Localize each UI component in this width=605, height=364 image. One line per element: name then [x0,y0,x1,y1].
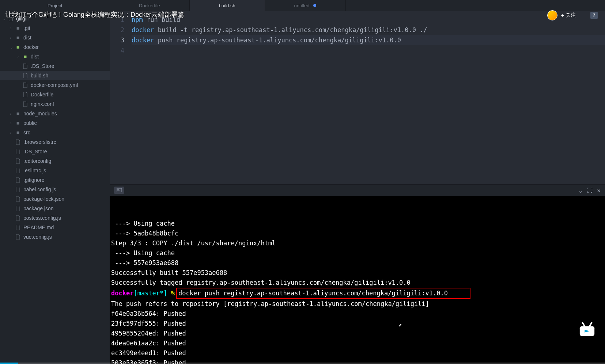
close-icon[interactable]: ✕ [597,187,601,194]
avatar[interactable] [547,10,557,20]
svg-line-4 [583,323,585,326]
terminal-prompt-line: docker[master*] %docker push registry.ap… [111,288,604,299]
tree-item-package.json[interactable]: package.json [0,204,110,213]
plus-icon: + [561,12,564,18]
code-line [132,45,605,55]
tree-item-dist[interactable]: ›■dist [0,52,110,61]
line-number: 4 [110,45,124,55]
tree-item-public[interactable]: ›■public [0,118,110,128]
code-line: docker build -t registry.ap-southeast-1.… [132,25,605,35]
file-icon [15,168,21,173]
tree-item-label: postcss.config.js [23,215,61,221]
line-number: 2 [110,25,124,35]
folder-icon: ■ [15,120,21,126]
file-icon [15,158,21,164]
tree-item-label: .editorconfig [23,158,51,164]
tab-label: build.sh [219,3,235,8]
tree-item-babel.config.js[interactable]: babel.config.js [0,185,110,194]
tree-item-docker-compose.yml[interactable]: docker-compose.yml [0,80,110,90]
folder-open-icon: ■ [15,44,21,50]
folder-icon: ■ [15,35,21,41]
highlighted-command: docker push registry.ap-southeast-1.aliy… [176,288,470,299]
terminal-tab-button[interactable] [114,187,124,194]
chevron-icon: › [10,121,15,125]
tree-item-node_modules[interactable]: ›■node_modules [0,109,110,118]
tree-item-label: docker-compose.yml [31,82,78,88]
tree-item-Dockerfile[interactable]: Dockerfile [0,90,110,99]
tree-item-dist[interactable]: ›■dist [0,33,110,42]
tab-Dockerfile[interactable]: Dockerfile [110,0,190,11]
project-sidebar: ⌄ ▢ giligili ›■.git›■dist⌄■docker›■dist.… [0,11,110,364]
file-icon [15,177,21,183]
chevron-icon: › [10,131,15,135]
tree-item-label: .eslintrc.js [23,168,46,173]
folder-open-icon: ■ [22,54,29,60]
folder-icon: ■ [15,130,21,135]
terminal-line: Successfully built 557e953ae688 [111,268,604,278]
file-icon [22,92,29,97]
tree-item-README.md[interactable]: README.md [0,223,110,232]
tree-item-.DS_Store[interactable]: .DS_Store [0,147,110,156]
tree-item-.eslintrc.js[interactable]: .eslintrc.js [0,166,110,175]
file-icon [15,215,21,221]
file-icon [22,83,29,88]
tree-item-label: build.sh [31,73,48,78]
tree-item-package-lock.json[interactable]: package-lock.json [0,194,110,204]
tree-item-.git[interactable]: ›■.git [0,23,110,33]
modified-dot-icon [313,4,316,7]
tree-item-label: Dockerfile [31,92,53,97]
terminal-line: Successfully tagged registry.ap-southeas… [111,278,604,288]
file-icon [15,196,21,202]
tree-item-nginx.conf[interactable]: nginx.conf [0,99,110,109]
help-icon[interactable]: ? [590,12,598,19]
tree-item-.DS_Store[interactable]: .DS_Store [0,61,110,71]
terminal-panel[interactable]: ---> Using cache ---> 5adb48b8bcfcStep 3… [110,196,605,364]
chevron-down-icon[interactable]: ⌄ [579,187,583,194]
video-progress-bar[interactable] [0,363,605,364]
tab-untitled[interactable]: untitled [265,0,346,11]
file-icon [15,187,21,192]
progress-fill [0,363,18,364]
terminal-line: ---> Using cache [111,219,604,229]
tree-item-label: dist [23,35,31,41]
tree-item-.gitignore[interactable]: .gitignore [0,175,110,185]
tree-item-docker[interactable]: ⌄■docker [0,42,110,52]
terminal-line: Step 3/3 : COPY ./dist /usr/share/nginx/… [111,238,604,248]
file-icon [22,101,29,107]
tree-item-label: .DS_Store [23,149,47,154]
top-right-controls: + 关注 ? [547,10,598,20]
maximize-icon[interactable]: ⛶ [587,187,593,194]
tree-item-label: vue.config.js [23,234,52,240]
terminal-line: ---> 5adb48b8bcfc [111,229,604,238]
chevron-icon: ⌄ [10,45,15,49]
tab-build.sh[interactable]: build.sh [190,0,265,11]
tree-item-build.sh[interactable]: build.sh [0,71,110,80]
chevron-icon: › [10,112,15,116]
tree-item-.browserslistrc[interactable]: .browserslistrc [0,137,110,147]
tree-item-vue.config.js[interactable]: vue.config.js [0,232,110,242]
tree-item-postcss.config.js[interactable]: postcss.config.js [0,213,110,223]
tree-item-label: .gitignore [23,177,45,183]
line-gutter: 1234 [110,15,132,184]
tree-item-label: package.json [23,206,54,211]
tree-item-.editorconfig[interactable]: .editorconfig [0,156,110,166]
terminal-line: ec3499e4eed1: Pushed [111,348,604,358]
file-icon [15,234,21,240]
main-area: ⌄ ▢ giligili ›■.git›■dist⌄■docker›■dist.… [0,11,605,364]
tree-item-label: node_modules [23,111,57,116]
tree-item-src[interactable]: ›■src [0,128,110,137]
follow-button[interactable]: + 关注 [561,12,576,19]
tree-item-label: nginx.conf [31,101,54,107]
file-icon [15,149,21,154]
chevron-icon: › [10,36,15,40]
code-editor[interactable]: 1234 npm run builddocker build -t regist… [110,11,605,184]
svg-line-5 [590,323,592,326]
file-icon [22,64,29,69]
tree-item-label: docker [23,44,39,50]
code-line: npm run build [132,15,605,25]
code-content[interactable]: npm run builddocker build -t registry.ap… [132,15,605,184]
line-number: 3 [110,35,124,45]
code-line: docker push registry.ap-southeast-1.aliy… [132,35,605,45]
terminal-line: f64e0a36b564: Pushed [111,309,604,319]
editor-tabs: Dockerfilebuild.shuntitled [110,0,346,11]
